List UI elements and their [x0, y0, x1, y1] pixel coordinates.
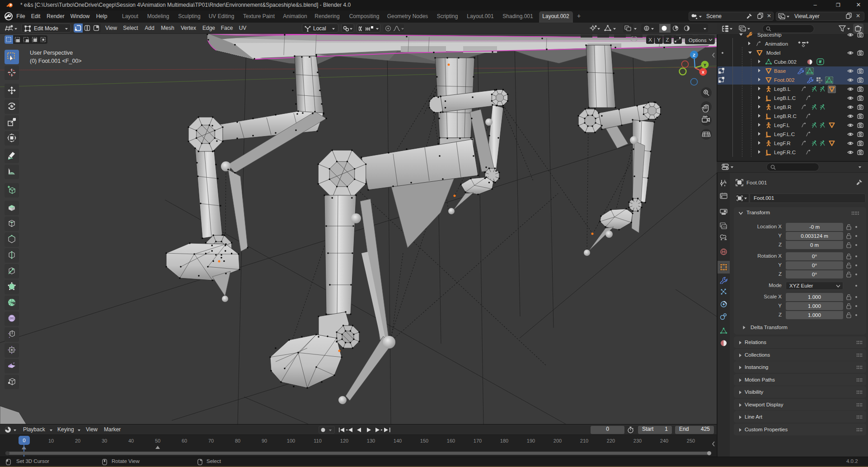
svg-text:Y: Y: [657, 37, 661, 42]
svg-text:Options: Options: [689, 38, 707, 43]
svg-text:Y: Y: [704, 63, 706, 67]
svg-text:X: X: [702, 70, 704, 75]
svg-text:Z: Z: [666, 37, 669, 42]
svg-text:X: X: [648, 37, 652, 42]
svg-text:Z: Z: [693, 52, 695, 57]
